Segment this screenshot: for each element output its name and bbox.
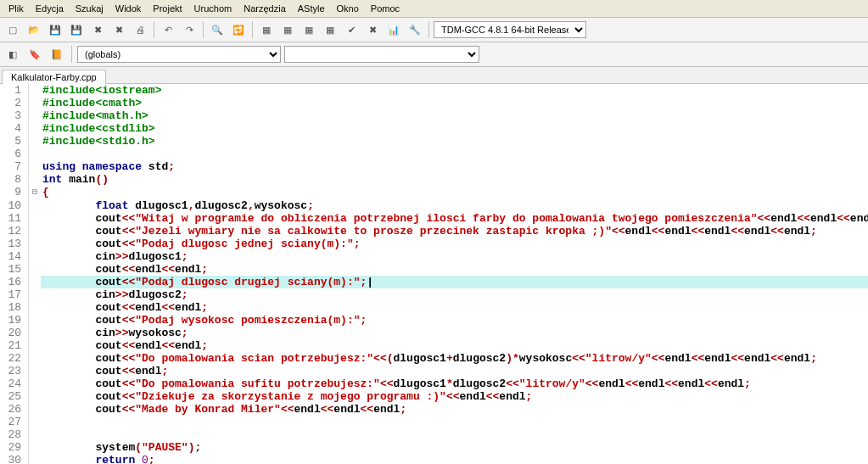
code-line[interactable]: 28 <box>0 428 868 441</box>
code-content[interactable]: using namespace std; <box>41 160 868 173</box>
code-line[interactable]: 24 cout<<"Do pomalowania sufitu potrzebu… <box>0 377 868 390</box>
undo-button[interactable]: ↶ <box>159 20 177 39</box>
code-line[interactable]: 27 <box>0 416 868 428</box>
code-content[interactable]: cout<<endl<<endl; <box>41 263 868 276</box>
code-editor[interactable]: 1#include<iostream>2#include<cmath>3#inc… <box>0 84 868 464</box>
code-content[interactable]: cout<<endl<<endl; <box>41 339 868 352</box>
code-line[interactable]: 3#include<math.h> <box>0 109 868 122</box>
code-content[interactable] <box>41 428 868 441</box>
close-button[interactable]: ✖ <box>88 20 107 39</box>
print-button[interactable]: 🖨 <box>131 20 149 39</box>
code-line[interactable]: 23 cout<<endl; <box>0 365 868 377</box>
code-line[interactable]: 6 <box>0 148 868 160</box>
save-button[interactable]: 💾 <box>46 20 64 39</box>
code-line[interactable]: 20 cin>>wysokosc; <box>0 327 868 339</box>
close-all-button[interactable]: ✖ <box>109 20 128 39</box>
menu-okno[interactable]: Okno <box>332 2 364 15</box>
redo-button[interactable]: ↷ <box>180 20 199 39</box>
compiler-selector[interactable]: TDM-GCC 4.8.1 64-bit Release <box>434 21 586 38</box>
code-content[interactable]: cout<<"Witaj w programie do obliczenia p… <box>41 212 868 225</box>
code-content[interactable]: cout<<endl; <box>41 365 868 377</box>
menubar: PlikEdycjaSzukajWidokProjektUruchomNarzę… <box>0 0 868 18</box>
code-content[interactable]: cout<<"Podaj wysokosc pomieszczenia(m):"… <box>41 314 868 327</box>
code-content[interactable]: cin>>dlugosc1; <box>41 250 868 263</box>
code-content[interactable]: cout<<endl<<endl; <box>41 301 868 314</box>
code-content[interactable]: cout<<"Made by Konrad Miler"<<endl<<endl… <box>41 403 868 416</box>
code-content[interactable] <box>41 416 868 428</box>
fold-gutter <box>29 288 41 301</box>
code-line[interactable]: 21 cout<<endl<<endl; <box>0 339 868 352</box>
new-file-button[interactable]: ▢ <box>3 20 22 39</box>
code-line[interactable]: 13 cout<<"Podaj dlugosc jednej sciany(m)… <box>0 238 868 250</box>
code-content[interactable]: cout<<"Do pomalowania scian potrzebujesz… <box>41 352 868 365</box>
profile-button[interactable]: 📊 <box>384 20 403 39</box>
code-content[interactable]: int main() <box>41 173 868 186</box>
code-line[interactable]: 12 cout<<"Jezeli wymiary nie sa calkowit… <box>0 225 868 238</box>
code-line[interactable]: 14 cin>>dlugosc1; <box>0 250 868 263</box>
code-line[interactable]: 29 system("PAUSE"); <box>0 441 868 454</box>
code-line[interactable]: 9⊟{ <box>0 186 868 199</box>
code-line[interactable]: 8int main() <box>0 173 868 186</box>
code-line[interactable]: 10 float dlugosc1,dlugosc2,wysokosc; <box>0 199 868 212</box>
find-button[interactable]: 🔍 <box>208 20 227 39</box>
fold-gutter[interactable]: ⊟ <box>29 186 41 199</box>
code-line[interactable]: 26 cout<<"Made by Konrad Miler"<<endl<<e… <box>0 403 868 416</box>
code-content[interactable]: float dlugosc1,dlugosc2,wysokosc; <box>41 199 868 212</box>
menu-projekt[interactable]: Projekt <box>148 2 187 15</box>
code-line[interactable]: 16 cout<<"Podaj dlugosc drugiej sciany(m… <box>0 276 868 288</box>
code-content[interactable]: cout<<"Jezeli wymiary nie sa calkowite t… <box>41 225 868 238</box>
menu-widok[interactable]: Widok <box>110 2 147 15</box>
code-line[interactable]: 17 cin>>dlugosc2; <box>0 288 868 301</box>
code-line[interactable]: 18 cout<<endl<<endl; <box>0 301 868 314</box>
code-line[interactable]: 4#include<cstdlib> <box>0 122 868 135</box>
rebuild-button[interactable]: ▦ <box>321 20 339 39</box>
menu-edycja[interactable]: Edycja <box>31 2 69 15</box>
code-line[interactable]: 7using namespace std; <box>0 160 868 173</box>
new-project-button[interactable]: ◧ <box>3 45 22 64</box>
tools-button[interactable]: 🔧 <box>406 20 424 39</box>
menu-plik[interactable]: Plik <box>3 2 29 15</box>
code-content[interactable] <box>41 148 868 160</box>
open-button[interactable]: 📂 <box>25 20 43 39</box>
code-content[interactable]: #include<iostream> <box>41 84 868 97</box>
code-content[interactable]: #include<math.h> <box>41 109 868 122</box>
menu-szukaj[interactable]: Szukaj <box>70 2 109 15</box>
compile-button[interactable]: ▦ <box>257 20 276 39</box>
code-content[interactable]: #include<cstdlib> <box>41 122 868 135</box>
code-content[interactable]: { <box>41 186 868 199</box>
code-content[interactable]: cout<<"Dziekuje za skorzystanie z mojego… <box>41 390 868 403</box>
code-line[interactable]: 1#include<iostream> <box>0 84 868 97</box>
debug-button[interactable]: ✔ <box>342 20 361 39</box>
code-content[interactable]: return 0; <box>41 454 868 464</box>
menu-narzędzia[interactable]: Narzędzia <box>238 2 291 15</box>
code-line[interactable]: 30 return 0; <box>0 454 868 464</box>
code-line[interactable]: 25 cout<<"Dziekuje za skorzystanie z moj… <box>0 390 868 403</box>
compile-run-button[interactable]: ▦ <box>300 20 318 39</box>
code-line[interactable]: 2#include<cmath> <box>0 97 868 109</box>
code-content[interactable]: cout<<"Podaj dlugosc jednej sciany(m):"; <box>41 238 868 250</box>
bookmark-button[interactable]: 🔖 <box>25 45 44 64</box>
code-line[interactable]: 5#include<stdio.h> <box>0 135 868 148</box>
code-line[interactable]: 15 cout<<endl<<endl; <box>0 263 868 276</box>
menu-astyle[interactable]: AStyle <box>293 2 330 15</box>
file-tab[interactable]: Kalkulator-Farby.cpp <box>2 70 106 84</box>
replace-button[interactable]: 🔁 <box>229 20 248 39</box>
code-line[interactable]: 22 cout<<"Do pomalowania scian potrzebuj… <box>0 352 868 365</box>
code-content[interactable]: cin>>dlugosc2; <box>41 288 868 301</box>
code-content[interactable]: cout<<"Podaj dlugosc drugiej sciany(m):"… <box>41 276 868 288</box>
code-content[interactable]: #include<stdio.h> <box>41 135 868 148</box>
save-all-button[interactable]: 💾 <box>67 20 86 39</box>
run-button[interactable]: ▦ <box>278 20 297 39</box>
stop-button[interactable]: ✖ <box>363 20 382 39</box>
scope-selector[interactable]: (globals) <box>77 46 281 63</box>
goto-button[interactable]: 📙 <box>48 45 66 64</box>
menu-uruchom[interactable]: Uruchom <box>189 2 238 15</box>
code-line[interactable]: 19 cout<<"Podaj wysokosc pomieszczenia(m… <box>0 314 868 327</box>
menu-pomoc[interactable]: Pomoc <box>366 2 405 15</box>
code-content[interactable]: cout<<"Do pomalowania sufitu potrzebujes… <box>41 377 868 390</box>
code-content[interactable]: #include<cmath> <box>41 97 868 109</box>
code-content[interactable]: system("PAUSE"); <box>41 441 868 454</box>
code-content[interactable]: cin>>wysokosc; <box>41 327 868 339</box>
member-selector[interactable] <box>284 46 479 63</box>
code-line[interactable]: 11 cout<<"Witaj w programie do obliczeni… <box>0 212 868 225</box>
